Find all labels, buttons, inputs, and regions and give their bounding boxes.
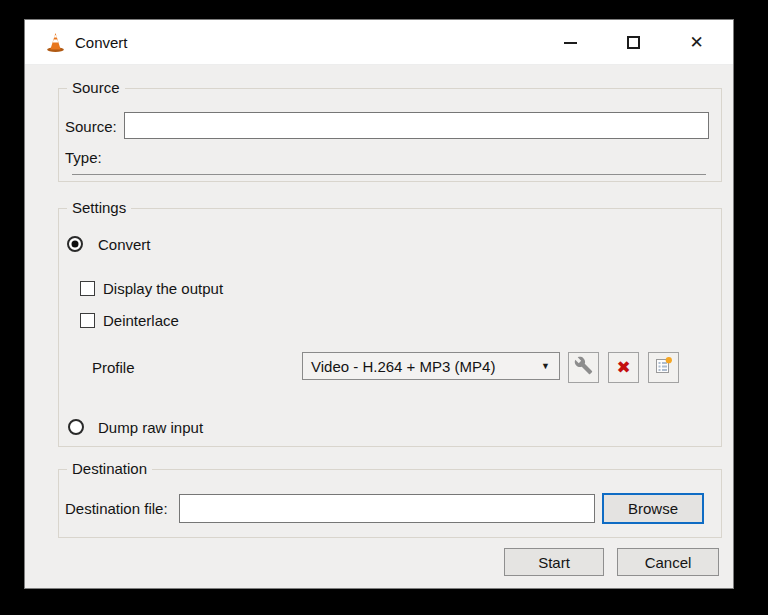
window-title: Convert bbox=[75, 20, 128, 65]
deinterlace-label: Deinterlace bbox=[103, 312, 179, 329]
destination-group-legend: Destination bbox=[67, 460, 152, 477]
new-profile-icon bbox=[654, 356, 673, 379]
new-profile-button[interactable] bbox=[648, 352, 679, 383]
vlc-cone-icon bbox=[46, 31, 65, 53]
source-label: Source: bbox=[65, 118, 117, 135]
profile-label: Profile bbox=[92, 359, 135, 376]
destination-file-label: Destination file: bbox=[65, 500, 168, 517]
dump-raw-input-label: Dump raw input bbox=[98, 419, 203, 436]
minimize-button[interactable] bbox=[539, 20, 602, 65]
source-group: Source Source: Type: bbox=[58, 88, 722, 182]
close-icon: ✕ bbox=[689, 34, 703, 51]
delete-profile-button[interactable]: ✖ bbox=[608, 352, 639, 383]
cancel-button-label: Cancel bbox=[645, 554, 692, 571]
profile-dropdown[interactable]: Video - H.264 + MP3 (MP4) ▼ bbox=[302, 352, 560, 380]
type-label: Type: bbox=[65, 149, 102, 166]
screen-background: Convert ✕ Source Source: Type: bbox=[0, 0, 768, 615]
window-controls: ✕ bbox=[539, 20, 728, 65]
start-button-label: Start bbox=[538, 554, 570, 571]
edit-profile-button[interactable] bbox=[568, 352, 599, 383]
convert-radio-label: Convert bbox=[98, 236, 151, 253]
source-group-legend: Source bbox=[67, 79, 125, 96]
browse-button[interactable]: Browse bbox=[602, 493, 704, 524]
destination-group: Destination Destination file: Browse bbox=[58, 469, 722, 538]
maximize-button[interactable] bbox=[602, 20, 665, 65]
minimize-icon bbox=[564, 42, 577, 44]
destination-file-input[interactable] bbox=[179, 494, 595, 523]
convert-dialog: Convert ✕ Source Source: Type: bbox=[24, 19, 734, 589]
delete-icon: ✖ bbox=[616, 359, 630, 376]
dump-raw-input-radio[interactable] bbox=[68, 419, 84, 435]
deinterlace-checkbox[interactable] bbox=[80, 313, 95, 328]
profile-dropdown-value: Video - H.264 + MP3 (MP4) bbox=[311, 358, 495, 375]
settings-group: Settings Convert Display the output Dein… bbox=[58, 208, 722, 447]
browse-button-label: Browse bbox=[628, 500, 678, 517]
convert-radio[interactable] bbox=[67, 236, 83, 252]
source-input[interactable] bbox=[124, 112, 709, 139]
type-separator bbox=[72, 174, 706, 175]
close-button[interactable]: ✕ bbox=[665, 20, 728, 65]
display-output-label: Display the output bbox=[103, 280, 223, 297]
maximize-icon bbox=[627, 36, 640, 49]
titlebar[interactable]: Convert ✕ bbox=[25, 20, 733, 65]
settings-group-legend: Settings bbox=[67, 199, 131, 216]
start-button[interactable]: Start bbox=[504, 548, 604, 576]
cancel-button[interactable]: Cancel bbox=[617, 548, 719, 576]
wrench-icon bbox=[574, 356, 593, 379]
display-output-checkbox[interactable] bbox=[80, 281, 95, 296]
chevron-down-icon: ▼ bbox=[541, 361, 550, 371]
